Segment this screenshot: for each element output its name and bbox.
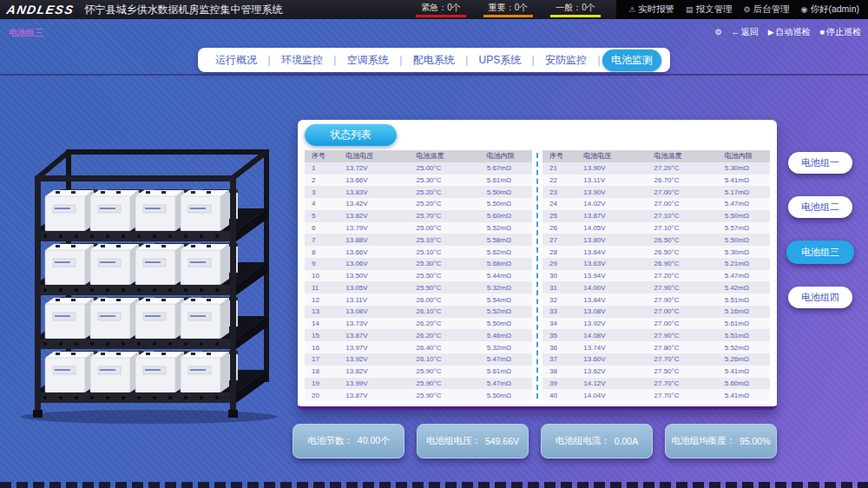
table-cell: 5.44mΩ — [480, 272, 532, 280]
tab-separator: | — [532, 54, 535, 66]
nav-tab-2[interactable]: 环境监控 — [273, 49, 332, 71]
nav-tab-4[interactable]: 配电系统 — [404, 49, 464, 71]
table-cell: 13.64V — [576, 248, 647, 256]
table-cell: 27.00°C — [648, 307, 718, 315]
table-cell: 5.47mΩ — [480, 355, 532, 363]
table-cell: 13.84V — [576, 296, 647, 304]
table-cell: 5.51mΩ — [718, 296, 770, 304]
nav-tab-5[interactable]: UPS系统 — [470, 49, 530, 71]
column-header: 电池内阻 — [480, 151, 532, 161]
table-cell: 11 — [305, 284, 339, 292]
table-cell: 26.20°C — [410, 332, 480, 340]
summary-cards: 电池节数：40.00个电池组电压：549.66V电池组电流：0.00A电池组均衡… — [293, 424, 777, 458]
column-header: 电池内阻 — [718, 151, 770, 161]
table-header-row: 序号电池电压电池温度电池内阻 — [305, 150, 532, 162]
table-cell: 25.70°C — [410, 212, 480, 220]
battery-group-button-2[interactable]: 电池组二 — [788, 196, 852, 218]
table-row: 3114.00V27.90°C5.42mΩ — [542, 281, 770, 293]
table-cell: 14.05V — [576, 224, 647, 232]
play-icon: ▶ — [768, 28, 774, 36]
toolbar-item-label: 自动巡检 — [776, 26, 811, 38]
stat-card-label: 电池组电流： — [556, 435, 610, 447]
table-row: 1513.87V26.20°C5.46mΩ — [305, 329, 532, 341]
nav-tab-3[interactable]: 空调系统 — [339, 49, 398, 71]
table-cell: 5.51mΩ — [718, 332, 770, 340]
table-cell: 5.32mΩ — [480, 284, 532, 292]
status-list-button[interactable]: 状态列表 — [305, 124, 397, 146]
battery-group-button-1[interactable]: 电池组一 — [788, 152, 852, 174]
nav-tabbar: 运行概况|环境监控|空调系统|配电系统|UPS系统|安防监控|电池监测 — [198, 48, 670, 72]
table-cell: 31 — [542, 284, 576, 292]
table-cell: 5.61mΩ — [480, 367, 532, 375]
table-cell: 27.90°C — [648, 296, 718, 304]
menu-item[interactable]: ⚙后台管理 — [743, 3, 789, 16]
battery-group-button-4[interactable]: 电池组四 — [788, 287, 852, 308]
menu-item[interactable]: ◉你好(admin) — [801, 3, 859, 16]
toolbar-item[interactable]: ■停止巡检 — [820, 26, 861, 38]
stat-card: 电池组电流：0.00A — [541, 424, 653, 458]
stat-card: 电池组均衡度：95.00% — [665, 424, 777, 458]
menu-item-label: 实时报警 — [638, 3, 674, 16]
table-cell: 25.30°C — [410, 260, 480, 267]
nav-tab-6[interactable]: 安防监控 — [536, 49, 595, 71]
toolbar-item[interactable]: ▶自动巡检 — [768, 26, 811, 38]
table-cell: 5.47mΩ — [480, 379, 532, 387]
table-cell: 5.52mΩ — [480, 224, 532, 232]
table-row: 2013.87V25.90°C5.50mΩ — [305, 389, 532, 401]
table-divider — [536, 153, 538, 399]
table-row: 3514.08V27.90°C5.51mΩ — [542, 329, 770, 341]
table-row: 1613.97V26.40°C5.32mΩ — [305, 341, 532, 353]
table-cell: 13.42V — [339, 200, 409, 208]
toolbar-item[interactable]: ←返回 — [732, 26, 759, 38]
app-window: ANDLESS 怀宁县城乡供水数据机房监控集中管理系统 紧急：0个重要：0个一般… — [0, 0, 868, 488]
table-row: 913.06V25.30°C5.68mΩ — [305, 258, 532, 270]
table-cell: 26 — [542, 224, 576, 232]
table-cell: 5.50mΩ — [718, 212, 770, 220]
table-cell: 13.88V — [339, 236, 409, 244]
table-cell: 28 — [542, 248, 576, 256]
table-cell: 13.79V — [339, 224, 409, 232]
table-cell: 25.10°C — [410, 236, 480, 244]
table-cell: 5.30mΩ — [718, 164, 770, 172]
table-cell: 27.00°C — [648, 188, 718, 196]
table-cell: 13.05V — [339, 284, 409, 292]
table-cell: 25.50°C — [410, 284, 480, 292]
table-row: 2414.02V27.00°C5.47mΩ — [542, 198, 770, 210]
table-row: 4014.04V27.70°C5.41mΩ — [542, 389, 770, 401]
battery-group-button-3[interactable]: 电池组三 — [786, 241, 854, 264]
table-row: 1813.82V25.90°C5.61mΩ — [305, 366, 532, 378]
table-row: 3914.12V27.70°C5.60mΩ — [542, 378, 770, 390]
tab-separator: | — [333, 54, 336, 66]
nav-tab-7[interactable]: 电池监测 — [602, 49, 661, 71]
table-cell: 18 — [305, 367, 339, 375]
table-cell: 26.90°C — [648, 260, 718, 267]
table-cell: 25.50°C — [410, 272, 480, 280]
table-cell: 25.10°C — [410, 248, 480, 256]
alarm-badge: 一般：0个 — [550, 0, 601, 17]
menu-item[interactable]: ⚠实时报警 — [628, 3, 674, 16]
nav-tab-1[interactable]: 运行概况 — [207, 49, 266, 71]
table-cell: 5.62mΩ — [480, 248, 532, 256]
table-cell: 4 — [305, 200, 339, 208]
table-cell: 14 — [305, 320, 339, 327]
menu-item[interactable]: ▤报文管理 — [686, 3, 733, 16]
table-row: 713.88V25.10°C5.58mΩ — [305, 234, 532, 246]
table-cell: 5.57mΩ — [718, 224, 770, 232]
table-cell: 14.12V — [576, 379, 647, 387]
table-cell: 26.40°C — [410, 344, 480, 352]
view-toolbar: ⚙←返回▶自动巡检■停止巡检 — [715, 26, 861, 38]
toolbar-item[interactable]: ⚙ — [715, 28, 722, 36]
stat-card-label: 电池组电压： — [426, 435, 481, 447]
table-row: 3813.62V27.50°C5.41mΩ — [542, 366, 770, 378]
table-cell: 25.90°C — [410, 379, 480, 387]
table-cell: 12 — [305, 296, 339, 304]
back-arrow-icon: ← — [732, 28, 740, 36]
table-cell: 5.41mΩ — [718, 367, 770, 375]
table-row: 3613.74V27.80°C5.52mΩ — [542, 341, 770, 353]
toolbar-item-label: 停止巡检 — [826, 26, 861, 38]
stat-card-label: 电池节数： — [307, 435, 353, 447]
table-row: 1913.99V25.90°C5.47mΩ — [305, 378, 532, 390]
table-cell: 23 — [542, 188, 576, 196]
table-row: 2313.90V27.00°C5.17mΩ — [542, 186, 770, 198]
gears-icon: ⚙ — [715, 28, 722, 36]
